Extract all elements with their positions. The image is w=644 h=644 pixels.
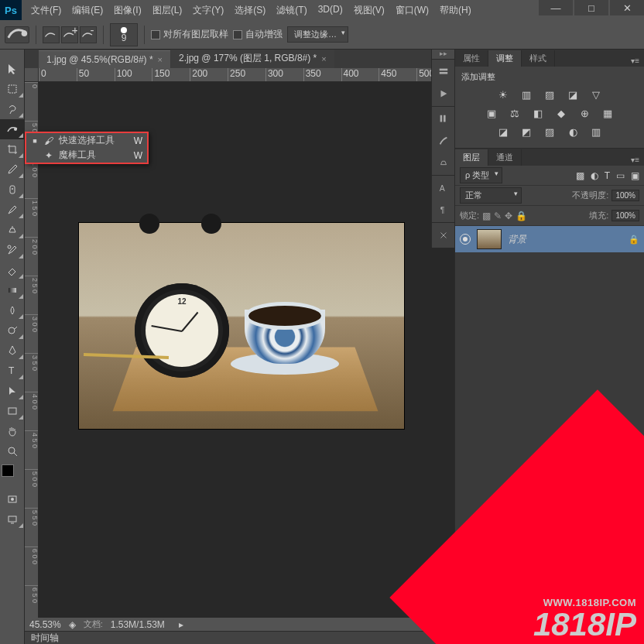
adj-exposure-icon[interactable]: ◪	[566, 87, 580, 101]
layer-filter-dropdown[interactable]: ρ 类型	[460, 167, 502, 183]
auto-enhance-checkbox[interactable]: 自动增强	[233, 28, 283, 41]
sample-all-layers-checkbox[interactable]: 对所有图层取样	[151, 28, 228, 41]
panel-menu-icon[interactable]: ▾≡	[626, 154, 644, 166]
foreground-color-swatch[interactable]	[2, 464, 14, 477]
path-selection-tool[interactable]	[0, 381, 25, 401]
adj-vibrance-icon[interactable]: ▽	[589, 87, 603, 101]
visibility-toggle-icon[interactable]	[460, 234, 471, 245]
adj-gradient-map-icon[interactable]: ◐	[566, 125, 580, 139]
character-panel-icon[interactable]: A	[434, 179, 453, 197]
menu-layer[interactable]: 图层(L)	[148, 1, 187, 20]
tab-channels[interactable]: 通道	[488, 149, 522, 166]
clone-source-icon[interactable]	[434, 153, 453, 172]
close-tab-icon[interactable]: ×	[158, 55, 163, 64]
tool-presets-icon[interactable]	[434, 226, 453, 245]
history-brush-tool[interactable]	[0, 240, 25, 260]
brush-tool[interactable]	[0, 200, 25, 220]
eraser-tool[interactable]	[0, 260, 25, 280]
document-tab-2[interactable]: 2.jpg @ 177% (图层 1, RGB/8#) * ×	[171, 50, 334, 68]
color-swatches[interactable]	[2, 464, 23, 486]
menu-type[interactable]: 文字(Y)	[188, 1, 228, 20]
tab-adjustments[interactable]: 调整	[488, 50, 522, 67]
selection-subtract-icon[interactable]: -	[80, 26, 97, 43]
layer-thumbnail[interactable]	[477, 229, 502, 249]
flyout-item-quick-selection[interactable]: ■ 🖌 快速选择工具 W	[26, 133, 147, 148]
adj-curves-icon[interactable]: ▨	[543, 87, 557, 101]
current-tool-icon[interactable]	[5, 26, 29, 43]
close-tab-icon[interactable]: ×	[321, 54, 326, 63]
menu-select[interactable]: 选择(S)	[230, 1, 270, 20]
blur-tool[interactable]	[0, 300, 25, 320]
quick-selection-tool[interactable]	[0, 119, 25, 139]
adj-threshold-icon[interactable]: ▨	[543, 125, 557, 139]
eyedropper-tool[interactable]	[0, 159, 25, 180]
selection-new-icon[interactable]	[43, 26, 60, 43]
adj-color-lookup-icon[interactable]: ▦	[601, 106, 615, 120]
maximize-button[interactable]: □	[574, 0, 608, 15]
quick-mask-tool[interactable]	[0, 489, 25, 509]
brush-panel-icon[interactable]	[434, 110, 453, 128]
document-tab-1[interactable]: 1.jpg @ 45.5%(RGB/8#) * ×	[39, 50, 170, 68]
adj-photo-filter-icon[interactable]: ◆	[554, 106, 568, 120]
zoom-value[interactable]: 45.53%	[29, 619, 61, 630]
filter-type-icon[interactable]: T	[605, 170, 610, 181]
adj-channel-mixer-icon[interactable]: ⊕	[577, 106, 591, 120]
menu-image[interactable]: 图像(I)	[109, 1, 146, 20]
opacity-value[interactable]: 100%	[611, 190, 639, 201]
selection-add-icon[interactable]: +	[61, 26, 78, 43]
expand-arrow-icon[interactable]: ▸▸	[432, 50, 454, 59]
lock-pixels-icon[interactable]: ✎	[494, 211, 502, 221]
hand-tool[interactable]	[0, 421, 25, 441]
lock-transparent-icon[interactable]: ▩	[482, 211, 491, 221]
tab-styles[interactable]: 样式	[522, 50, 555, 67]
pen-tool[interactable]	[0, 341, 25, 361]
minimize-button[interactable]: —	[539, 0, 573, 15]
healing-brush-tool[interactable]	[0, 180, 25, 200]
layer-name[interactable]: 背景	[508, 233, 526, 246]
status-nav-icon[interactable]: ◈	[69, 619, 76, 630]
gradient-tool[interactable]	[0, 280, 25, 300]
dodge-tool[interactable]	[0, 320, 25, 341]
play-panel-icon[interactable]	[434, 84, 453, 103]
brush-size-picker[interactable]: 9	[110, 23, 138, 46]
zoom-tool[interactable]	[0, 441, 25, 461]
clone-stamp-tool[interactable]	[0, 220, 25, 240]
adj-color-balance-icon[interactable]: ⚖	[508, 106, 522, 120]
lock-position-icon[interactable]: ✥	[505, 211, 512, 221]
filter-shape-icon[interactable]: ▭	[616, 170, 625, 181]
layer-row-background[interactable]: 背景 🔒	[455, 226, 644, 252]
filter-pixel-icon[interactable]: ▩	[576, 170, 584, 181]
screen-mode-tool[interactable]	[0, 509, 25, 529]
menu-window[interactable]: 窗口(W)	[391, 1, 433, 20]
adj-bw-icon[interactable]: ◧	[531, 106, 545, 120]
fill-value[interactable]: 100%	[611, 210, 639, 221]
crop-tool[interactable]	[0, 139, 25, 159]
lock-all-icon[interactable]: 🔒	[516, 211, 527, 221]
shape-tool[interactable]	[0, 401, 25, 421]
type-tool[interactable]: T	[0, 361, 25, 381]
menu-3d[interactable]: 3D(D)	[313, 1, 348, 20]
filter-smart-icon[interactable]: ▣	[631, 170, 639, 181]
adj-selective-color-icon[interactable]: ▥	[589, 125, 603, 139]
menu-filter[interactable]: 滤镜(T)	[272, 1, 311, 20]
move-tool[interactable]	[0, 59, 25, 79]
history-panel-icon[interactable]	[434, 63, 453, 81]
close-button[interactable]: ✕	[610, 0, 644, 15]
marquee-tool[interactable]	[0, 79, 25, 99]
tab-properties[interactable]: 属性	[455, 50, 488, 67]
adj-brightness-icon[interactable]: ☀	[496, 87, 510, 101]
flyout-item-magic-wand[interactable]: ✦ 魔棒工具 W	[26, 148, 147, 163]
adj-levels-icon[interactable]: ▥	[519, 87, 533, 101]
lasso-tool[interactable]	[0, 99, 25, 119]
adj-posterize-icon[interactable]: ◩	[519, 125, 533, 139]
paragraph-panel-icon[interactable]: ¶	[434, 200, 453, 219]
adj-invert-icon[interactable]: ◪	[496, 125, 510, 139]
menu-help[interactable]: 帮助(H)	[435, 1, 476, 20]
menu-file[interactable]: 文件(F)	[26, 1, 66, 20]
tab-layers[interactable]: 图层	[455, 149, 488, 166]
timeline-bar[interactable]: 时间轴	[25, 631, 454, 644]
adj-hue-icon[interactable]: ▣	[485, 106, 498, 120]
menu-edit[interactable]: 编辑(E)	[67, 1, 108, 20]
horizontal-ruler[interactable]: 050100150200250300350400450500	[39, 68, 454, 82]
filter-adjust-icon[interactable]: ◐	[591, 170, 598, 181]
